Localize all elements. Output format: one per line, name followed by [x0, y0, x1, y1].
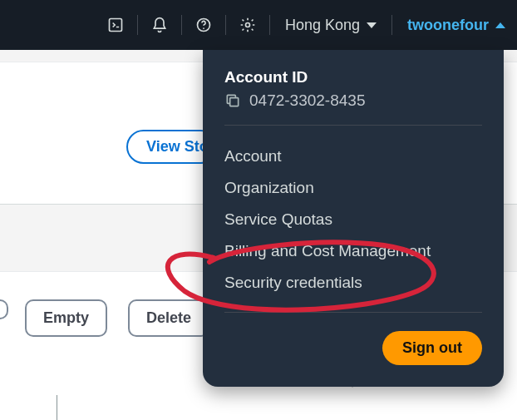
caret-up-icon [495, 22, 505, 28]
copy-icon[interactable] [224, 92, 241, 109]
help-icon[interactable] [182, 11, 225, 39]
account-id-label: Account ID [224, 68, 482, 86]
column-divider [57, 395, 57, 420]
divider [224, 312, 482, 313]
username: twoonefour [407, 17, 489, 34]
notifications-icon[interactable] [138, 11, 181, 39]
account-id-value: 0472-3302-8435 [249, 91, 365, 110]
user-menu-trigger[interactable]: twoonefour [392, 17, 505, 34]
divider [224, 125, 482, 126]
delete-button[interactable]: Delete [128, 299, 209, 337]
svg-point-3 [245, 23, 249, 27]
svg-point-2 [203, 27, 204, 29]
empty-button[interactable]: Empty [25, 299, 107, 337]
settings-icon[interactable] [226, 11, 269, 39]
sign-out-button[interactable]: Sign out [382, 331, 482, 365]
menu-item-security-credentials[interactable]: Security credentials [224, 267, 482, 299]
region-selector[interactable]: Hong Kong [270, 17, 391, 34]
region-label: Hong Kong [285, 17, 360, 34]
menu-item-service-quotas[interactable]: Service Quotas [224, 204, 482, 235]
svg-rect-5 [230, 98, 239, 106]
topbar: Hong Kong twoonefour [0, 0, 517, 50]
account-id-row[interactable]: 0472-3302-8435 [224, 91, 482, 110]
caret-down-icon [367, 22, 377, 28]
menu-item-account[interactable]: Account [224, 141, 482, 172]
menu-item-organization[interactable]: Organization [224, 172, 482, 204]
account-dropdown: Account ID 0472-3302-8435 Account Organi… [203, 50, 504, 387]
menu-item-billing[interactable]: Billing and Cost Management [224, 235, 482, 267]
cloudshell-icon[interactable] [94, 11, 137, 39]
